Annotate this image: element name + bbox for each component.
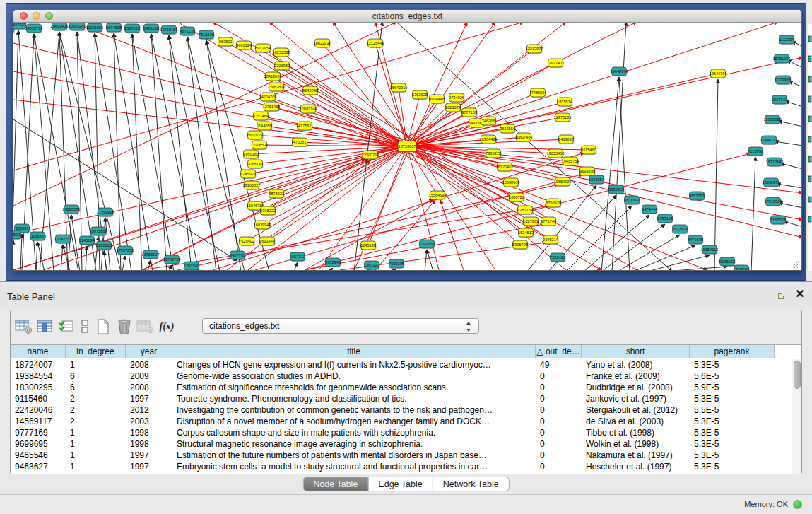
table-cell[interactable]: 9463627 — [11, 461, 66, 472]
table-cell[interactable]: 0 — [536, 438, 582, 450]
table-cell[interactable]: 49 — [536, 359, 582, 370]
table-cell[interactable]: 9777169 — [11, 427, 66, 438]
table-cell[interactable]: Structural magnetic resonance image aver… — [172, 438, 536, 450]
table-cell[interactable]: 1997 — [126, 450, 172, 461]
table-cell[interactable]: Wolkin et al. (1998) — [582, 438, 690, 450]
table-cell[interactable]: 0 — [536, 370, 582, 382]
table-scrollbar[interactable] — [792, 359, 801, 474]
table-row[interactable]: 946362711997Embryonic stem cells: a mode… — [11, 461, 775, 472]
table-cell[interactable]: 1 — [66, 359, 126, 370]
tab-edge-table[interactable]: Edge Table — [368, 477, 433, 491]
table-cell[interactable]: 5.3E-5 — [690, 450, 775, 461]
table-cell[interactable]: Disruption of a novel member of a sodium… — [172, 416, 536, 427]
table-row[interactable]: 1872400712008Changes of HCN gene express… — [11, 359, 775, 370]
table-cell[interactable]: 18724007 — [11, 359, 66, 370]
table-cell[interactable]: 2 — [66, 416, 126, 427]
table-cell[interactable]: 19384554 — [11, 370, 66, 382]
table-cell[interactable]: Hescheler et al. (1997) — [582, 461, 690, 472]
table-row[interactable]: 969969511998Structural magnetic resonanc… — [11, 438, 775, 450]
table-cell[interactable]: 5.3E-5 — [690, 461, 775, 472]
table-row[interactable]: 1830029562008Estimation of significance … — [11, 382, 775, 393]
row-height-icon[interactable] — [77, 317, 93, 337]
table-cell[interactable]: Tibbo et al. (1998) — [582, 427, 690, 438]
table-cell[interactable]: 1 — [66, 438, 126, 450]
column-header-title[interactable]: title — [172, 345, 536, 358]
table-cell[interactable]: 9699695 — [11, 438, 66, 450]
table-cell[interactable]: 0 — [536, 416, 582, 427]
table-cell[interactable]: 5.9E-5 — [690, 382, 775, 393]
new-file-icon[interactable] — [93, 317, 114, 337]
table-cell[interactable]: Dudbridge et al. (2008) — [582, 382, 690, 393]
table-cell[interactable]: 0 — [536, 382, 582, 393]
table-row[interactable]: 1456911722003Disruption of a novel membe… — [11, 416, 775, 427]
table-cell[interactable]: 0 — [536, 461, 582, 472]
table-settings-icon[interactable] — [13, 317, 35, 337]
table-cell[interactable]: 2003 — [126, 416, 172, 427]
float-panel-icon[interactable] — [778, 291, 789, 300]
table-cell[interactable]: 2 — [66, 404, 126, 416]
table-cell[interactable]: 5.6E-5 — [690, 370, 775, 382]
table-cell[interactable]: Yano et al. (2008) — [582, 359, 690, 370]
table-cell[interactable]: 1 — [66, 461, 126, 472]
function-builder-icon[interactable]: f(x) — [156, 317, 177, 337]
table-row[interactable]: 946554611997Estimation of the future num… — [11, 450, 775, 461]
table-cell[interactable]: Stergiakouli et al. (2012) — [582, 404, 690, 416]
window-titlebar[interactable]: citations_edges.txt — [13, 10, 801, 23]
table-cell[interactable]: 18300295 — [11, 382, 66, 393]
table-cell[interactable]: 22420046 — [11, 404, 66, 416]
scrollbar-thumb[interactable] — [794, 361, 801, 389]
table-cell[interactable]: 1997 — [126, 393, 172, 404]
table-row[interactable]: 911546021997Tourette syndrome. Phenomeno… — [11, 393, 775, 404]
table-cell[interactable]: 9115460 — [11, 393, 66, 404]
table-cell[interactable]: Nakamura et al. (1997) — [582, 450, 690, 461]
table-cell[interactable]: Estimation of the future numbers of pati… — [172, 450, 536, 461]
table-cell[interactable]: 5.3E-5 — [690, 427, 775, 438]
table-cell[interactable]: 6 — [66, 382, 126, 393]
table-cell[interactable]: 0 — [536, 393, 582, 404]
close-panel-icon[interactable]: ✕ — [794, 287, 806, 300]
table-cell[interactable]: 5.3E-5 — [690, 359, 775, 370]
table-select-dropdown[interactable]: citations_edges.txt — [202, 318, 479, 334]
table-row[interactable]: 2242004622012Investigating the contribut… — [11, 404, 775, 416]
table-cell[interactable]: 9465546 — [11, 450, 66, 461]
table-cell[interactable]: 6 — [66, 370, 126, 382]
table-cell[interactable]: 1998 — [126, 438, 172, 450]
table-cell[interactable]: 5.3E-5 — [690, 438, 775, 450]
table-cell[interactable]: 5.3E-5 — [690, 393, 775, 404]
table-cell[interactable]: de Silva et al. (2003) — [582, 416, 690, 427]
table-cell[interactable]: Investigating the contribution of common… — [172, 404, 536, 416]
table-row[interactable]: 1938455462009Genome-wide association stu… — [11, 370, 775, 382]
table-cell[interactable]: 2012 — [126, 404, 172, 416]
column-header-pagerank[interactable]: pagerank — [690, 345, 775, 358]
table-cell[interactable]: Franke et al. (2009) — [582, 370, 690, 382]
table-cell[interactable]: Tourette syndrome. Phenomenology and cla… — [172, 393, 536, 404]
column-visibility-icon[interactable] — [35, 317, 56, 337]
table-cell[interactable]: 5.3E-5 — [690, 416, 775, 427]
table-cell[interactable]: 1 — [66, 427, 126, 438]
table-cell[interactable]: 1997 — [126, 461, 172, 472]
row-selection-icon[interactable] — [56, 317, 77, 337]
tab-network-table[interactable]: Network Table — [433, 477, 509, 491]
table-cell[interactable]: 2008 — [126, 382, 172, 393]
table-cell[interactable]: 2009 — [126, 370, 172, 382]
column-header-year[interactable]: year — [126, 345, 172, 358]
table-cell[interactable]: Embryonic stem cells: a model to study s… — [172, 461, 536, 472]
table-cell[interactable]: 14569117 — [11, 416, 66, 427]
delete-table-icon[interactable] — [114, 317, 135, 337]
table-cell[interactable]: 2 — [66, 393, 126, 404]
table-cell[interactable]: 1998 — [126, 427, 172, 438]
table-cell[interactable]: Changes of HCN gene expression and I(f) … — [172, 359, 536, 370]
column-header-in_degree[interactable]: in_degree — [66, 345, 126, 358]
column-header-name[interactable]: name — [11, 345, 66, 358]
table-cell[interactable]: 0 — [536, 450, 582, 461]
column-header-short[interactable]: short — [582, 345, 690, 358]
table-cell[interactable]: 2008 — [126, 359, 172, 370]
table-cell[interactable]: Jankovic et al. (1997) — [582, 393, 690, 404]
table-cell[interactable]: 1 — [66, 450, 126, 461]
column-header-out_de[interactable]: △ out_de… — [536, 345, 582, 358]
table-cell[interactable]: 5.5E-5 — [690, 404, 775, 416]
table-cell[interactable]: Genome-wide association studies in ADHD. — [172, 370, 536, 382]
table-cell[interactable]: 0 — [536, 427, 582, 438]
table-row[interactable]: 977716911998Corpus callosum shape and si… — [11, 427, 775, 438]
window-resize-grip[interactable] — [791, 259, 800, 269]
